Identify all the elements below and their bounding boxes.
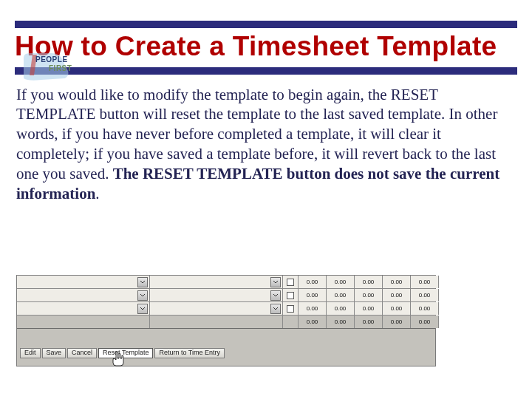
total-cell: 0.00 <box>411 316 439 328</box>
return-to-time-entry-button[interactable]: Return to Time Entry <box>154 348 225 358</box>
chevron-down-icon[interactable] <box>270 304 281 314</box>
edit-button[interactable]: Edit <box>20 348 41 358</box>
timesheet-grid: 0.00 0.00 0.00 0.00 0.00 <box>17 276 435 329</box>
save-button[interactable]: Save <box>42 348 66 358</box>
value-cell: 0.00 <box>383 289 411 301</box>
total-cell: 0.00 <box>383 316 411 328</box>
table-row: 0.00 0.00 0.00 0.00 0.00 <box>17 289 435 302</box>
value-cell: 0.00 <box>383 276 411 288</box>
timesheet-screenshot: 0.00 0.00 0.00 0.00 0.00 <box>16 275 436 366</box>
value-cell: 0.00 <box>299 276 327 288</box>
value-cell: 0.00 <box>299 302 327 315</box>
dropdown-cell <box>150 276 283 288</box>
dropdown-cell <box>17 276 150 288</box>
value-cell: 0.00 <box>355 289 383 301</box>
chevron-down-icon[interactable] <box>270 290 281 301</box>
dropdown-cell <box>150 289 283 301</box>
reset-template-button[interactable]: Reset Template <box>98 348 153 358</box>
cancel-button[interactable]: Cancel <box>67 348 97 358</box>
chevron-down-icon[interactable] <box>137 304 148 314</box>
table-row: 0.00 0.00 0.00 0.00 0.00 <box>17 302 435 316</box>
body-paragraph: If you would like to modify the template… <box>16 85 516 204</box>
totals-row: 0.00 0.00 0.00 0.00 0.00 <box>17 316 435 329</box>
value-cell: 0.00 <box>327 302 355 315</box>
dropdown-cell <box>150 302 283 315</box>
value-cell: 0.00 <box>411 302 439 315</box>
value-cell: 0.00 <box>411 289 439 301</box>
chevron-down-icon[interactable] <box>137 277 148 287</box>
chevron-down-icon[interactable] <box>270 277 281 287</box>
checkbox[interactable] <box>287 292 294 299</box>
button-bar: Edit Save Cancel Reset Template Return t… <box>20 348 225 358</box>
table-row: 0.00 0.00 0.00 0.00 0.00 <box>17 276 435 289</box>
totals-spacer <box>17 316 150 328</box>
totals-spacer <box>283 316 299 328</box>
value-cell: 0.00 <box>355 276 383 288</box>
checkbox-cell <box>283 276 299 288</box>
header-rule-top <box>15 21 517 28</box>
totals-spacer <box>150 316 283 328</box>
value-cell: 0.00 <box>327 289 355 301</box>
total-cell: 0.00 <box>327 316 355 328</box>
header-rule-bottom <box>15 67 517 75</box>
checkbox[interactable] <box>287 279 294 286</box>
slide-title: How to Create a Timesheet Template <box>15 31 517 63</box>
body-text-2: . <box>95 185 99 202</box>
dropdown-cell <box>17 289 150 301</box>
checkbox-cell <box>283 289 299 301</box>
value-cell: 0.00 <box>299 289 327 301</box>
value-cell: 0.00 <box>383 302 411 315</box>
chevron-down-icon[interactable] <box>137 290 148 301</box>
value-cell: 0.00 <box>411 276 439 288</box>
checkbox-cell <box>283 302 299 315</box>
dropdown-cell <box>17 302 150 315</box>
slide: PEOPLE FIRST How to Create a Timesheet T… <box>0 21 532 399</box>
value-cell: 0.00 <box>355 302 383 315</box>
value-cell: 0.00 <box>327 276 355 288</box>
total-cell: 0.00 <box>299 316 327 328</box>
checkbox[interactable] <box>287 305 294 313</box>
total-cell: 0.00 <box>355 316 383 328</box>
